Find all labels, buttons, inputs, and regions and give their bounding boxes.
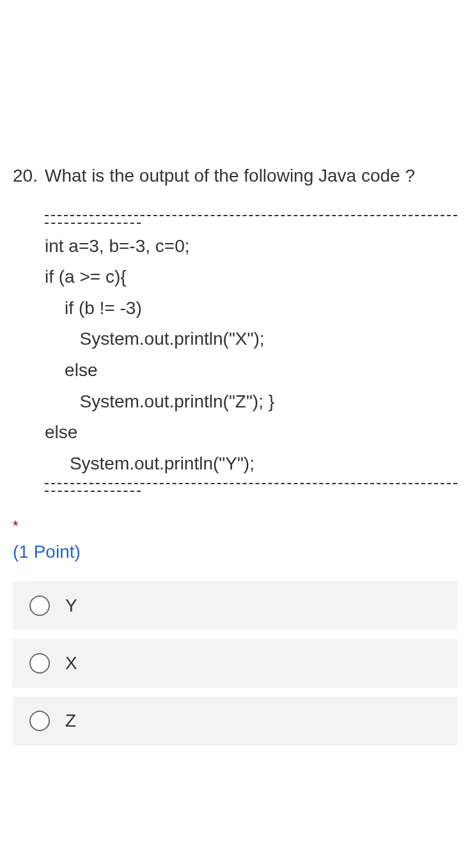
question-number: 20.	[13, 163, 45, 189]
question-header: 20. What is the output of the following …	[13, 163, 457, 189]
code-line: else	[45, 420, 457, 446]
question-container: 20. What is the output of the following …	[0, 0, 470, 793]
option-label: X	[65, 653, 77, 674]
radio-icon[interactable]	[29, 653, 50, 674]
divider-bottom	[45, 483, 457, 484]
option-label: Y	[65, 596, 77, 616]
required-indicator: *	[13, 517, 457, 534]
divider-bottom-short	[45, 491, 141, 492]
option-z[interactable]: Z	[13, 697, 457, 745]
divider-top-short	[45, 223, 141, 224]
code-block: int a=3, b=-3, c=0; if (a >= c){ if (b !…	[45, 215, 457, 493]
radio-icon[interactable]	[29, 711, 50, 731]
option-x[interactable]: X	[13, 639, 457, 688]
code-line: System.out.println("Z"); }	[45, 389, 457, 415]
code-line: if (b != -3)	[45, 296, 457, 322]
code-line: else	[45, 358, 457, 384]
option-y[interactable]: Y	[13, 581, 457, 630]
divider-top	[45, 215, 457, 216]
code-line: System.out.println("Y");	[45, 451, 457, 477]
points-label: (1 Point)	[13, 542, 457, 562]
option-label: Z	[65, 711, 76, 731]
code-line: int a=3, b=-3, c=0;	[45, 233, 457, 260]
code-line: System.out.println("X");	[45, 326, 457, 352]
question-text: What is the output of the following Java…	[45, 163, 457, 189]
code-line: if (a >= c){	[45, 264, 457, 290]
radio-icon[interactable]	[29, 596, 50, 616]
